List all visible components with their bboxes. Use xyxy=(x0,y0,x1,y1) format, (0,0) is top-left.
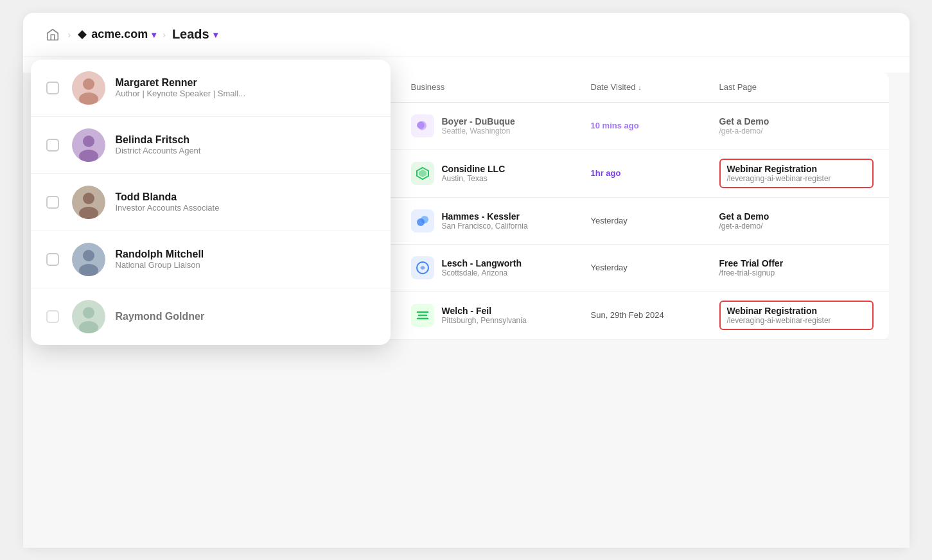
side-panel-avatar xyxy=(72,128,105,162)
page-title: Free Trial Offer xyxy=(719,258,874,268)
side-panel-avatar xyxy=(72,186,105,219)
last-page-cell: Free Trial Offer /free-trial-signup xyxy=(719,258,874,277)
sort-down-icon: ↓ xyxy=(638,83,642,91)
page-title: Get a Demo xyxy=(719,211,874,222)
side-panel-role: Author | Keynote Speaker | Small... xyxy=(116,89,246,98)
svg-point-37 xyxy=(83,307,94,319)
header-business-label: Business xyxy=(411,82,445,92)
side-panel-checkbox[interactable] xyxy=(46,196,59,209)
business-logo xyxy=(411,209,434,232)
page-url: /free-trial-signup xyxy=(719,268,874,277)
side-panel-name: Margaret Renner xyxy=(116,77,246,89)
side-panel-row[interactable]: Todd Blanda Investor Accounts Associate xyxy=(31,174,391,231)
page-url: /leveraging-ai-webinar-register xyxy=(727,174,866,183)
business-location: Scottsdale, Arizona xyxy=(442,268,522,277)
business-info: Lesch - Langworth Scottsdale, Arizona xyxy=(442,258,522,277)
side-panel-info: Belinda Fritsch District Accounts Agent xyxy=(116,134,201,155)
side-panel-row[interactable]: Raymond Goldner xyxy=(31,288,391,345)
side-panel-row[interactable]: Randolph Mitchell National Group Liaison xyxy=(31,231,391,288)
breadcrumb-leads[interactable]: Leads ▾ xyxy=(172,27,218,42)
last-page-cell: Get a Demo /get-a-demo/ xyxy=(719,116,874,136)
side-panel-name: Randolph Mitchell xyxy=(116,249,204,260)
business-cell: Boyer - DuBuque Seattle, Washington xyxy=(411,114,591,137)
breadcrumb-bar: › acme.com ▾ › Leads ▾ xyxy=(23,13,910,57)
date-visited: Yesterday xyxy=(591,263,719,272)
svg-point-34 xyxy=(83,250,94,261)
business-cell: Considine LLC Austin, Texas xyxy=(411,162,591,185)
svg-marker-0 xyxy=(78,30,87,39)
date-visited: 1hr ago xyxy=(591,168,719,178)
side-panel-info: Raymond Goldner xyxy=(116,311,205,322)
side-panel-info: Margaret Renner Author | Keynote Speaker… xyxy=(116,77,246,98)
home-icon[interactable] xyxy=(44,26,62,44)
date-visited: Sun, 29th Feb 2024 xyxy=(591,310,719,320)
business-location: Seattle, Washington xyxy=(442,127,515,136)
header-last-page: Last Page xyxy=(719,82,874,93)
date-visited: Yesterday xyxy=(591,216,719,225)
business-cell: Hammes - Kessler San Francisco, Californ… xyxy=(411,209,591,232)
header-last-page-label: Last Page xyxy=(719,82,757,92)
business-name: Boyer - DuBuque xyxy=(442,116,515,127)
svg-marker-8 xyxy=(419,170,426,177)
breadcrumb-company-label: acme.com xyxy=(91,28,148,41)
side-panel-info: Randolph Mitchell National Group Liaison xyxy=(116,249,204,270)
svg-point-31 xyxy=(83,193,94,204)
business-name: Considine LLC xyxy=(442,164,506,174)
breadcrumb-sep-2: › xyxy=(163,30,166,40)
business-location: Austin, Texas xyxy=(442,174,506,183)
side-panel-avatar xyxy=(72,71,105,105)
app-container: › acme.com ▾ › Leads ▾ Lead xyxy=(23,13,910,548)
header-business: Business xyxy=(411,82,591,93)
svg-point-25 xyxy=(83,78,94,90)
business-info: Boyer - DuBuque Seattle, Washington xyxy=(442,116,515,136)
business-cell: Welch - Feil Pittsburgh, Pennsylvania xyxy=(411,304,591,327)
chevron-leads-icon: ▾ xyxy=(213,30,218,40)
business-logo xyxy=(411,304,434,327)
side-panel-checkbox[interactable] xyxy=(46,82,59,94)
breadcrumb-acme[interactable]: acme.com ▾ xyxy=(77,28,156,41)
side-panel-avatar xyxy=(72,243,105,276)
page-title: Get a Demo xyxy=(719,116,874,127)
business-logo xyxy=(411,162,434,185)
side-panel-row[interactable]: Belinda Fritsch District Accounts Agent xyxy=(31,117,391,174)
page-title: Webinar Registration xyxy=(727,306,866,316)
business-info: Hammes - Kessler San Francisco, Californ… xyxy=(442,211,528,231)
business-location: Pittsburgh, Pennsylvania xyxy=(442,316,527,325)
svg-point-13 xyxy=(417,218,425,226)
business-name: Hammes - Kessler xyxy=(442,211,528,222)
page-url: /leveraging-ai-webinar-register xyxy=(727,316,866,325)
business-info: Welch - Feil Pittsburgh, Pennsylvania xyxy=(442,306,527,325)
diamond-icon xyxy=(77,30,87,40)
business-location: San Francisco, California xyxy=(442,222,528,231)
last-page-cell-highlighted: Webinar Registration /leveraging-ai-webi… xyxy=(719,159,874,188)
business-logo xyxy=(411,114,434,137)
page-title: Webinar Registration xyxy=(727,164,866,174)
side-panel: Margaret Renner Author | Keynote Speaker… xyxy=(31,60,391,345)
chevron-acme-icon: ▾ xyxy=(152,30,156,40)
business-cell: Lesch - Langworth Scottsdale, Arizona xyxy=(411,256,591,279)
leads-table-container: Lead Business Date Visited ↓ Last Page xyxy=(44,73,889,340)
side-panel-name: Todd Blanda xyxy=(116,191,220,203)
last-page-cell: Get a Demo /get-a-demo/ xyxy=(719,211,874,231)
last-page-cell-highlighted: Webinar Registration /leveraging-ai-webi… xyxy=(719,301,874,330)
side-panel-role: District Accounts Agent xyxy=(116,146,201,155)
side-panel-row[interactable]: Margaret Renner Author | Keynote Speaker… xyxy=(31,60,391,117)
date-visited: 10 mins ago xyxy=(591,121,719,130)
business-name: Welch - Feil xyxy=(442,306,527,316)
main-content: Lead Business Date Visited ↓ Last Page xyxy=(23,73,910,548)
side-panel-checkbox[interactable] xyxy=(46,310,59,323)
side-panel-checkbox[interactable] xyxy=(46,139,59,152)
side-panel-role: National Group Liaison xyxy=(116,260,204,270)
business-name: Lesch - Langworth xyxy=(442,258,522,268)
header-date[interactable]: Date Visited ↓ xyxy=(591,82,719,93)
side-panel-name: Belinda Fritsch xyxy=(116,134,201,146)
side-panel-checkbox[interactable] xyxy=(46,253,59,266)
side-panel-avatar xyxy=(72,300,105,333)
business-logo xyxy=(411,256,434,279)
page-url: /get-a-demo/ xyxy=(719,222,874,231)
page-url: /get-a-demo/ xyxy=(719,127,874,136)
side-panel-role: Investor Accounts Associate xyxy=(116,203,220,213)
breadcrumb-leads-label: Leads xyxy=(172,27,209,42)
breadcrumb-sep-1: › xyxy=(68,30,71,40)
business-info: Considine LLC Austin, Texas xyxy=(442,164,506,183)
